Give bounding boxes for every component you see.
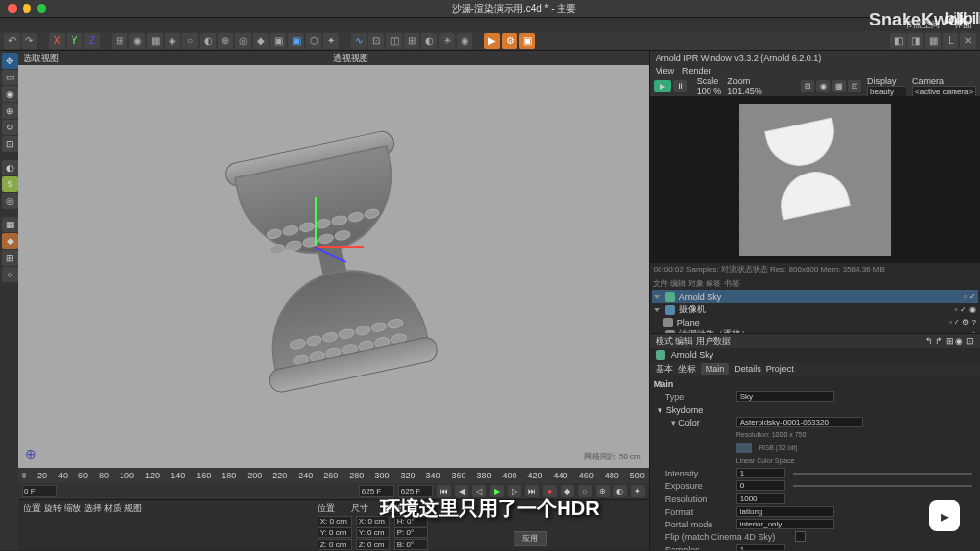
render-settings-button[interactable]: ⚙ <box>502 33 517 49</box>
tool-icon[interactable]: ↻ <box>2 120 18 135</box>
size-y-input[interactable] <box>356 527 390 538</box>
tool-icon[interactable]: ○ <box>182 33 198 49</box>
tool-icon[interactable]: ⊕ <box>2 103 18 119</box>
ipr-tool-icon[interactable]: ▦ <box>832 80 846 92</box>
size-z-input[interactable] <box>356 539 390 550</box>
tab-details[interactable]: Details <box>734 364 761 374</box>
color-file-input[interactable] <box>736 417 863 427</box>
tab-project[interactable]: Project <box>766 364 794 374</box>
tool-icon[interactable]: ⊞ <box>112 33 127 49</box>
attr-menu[interactable]: 模式 编辑 用户数据 <box>656 335 731 348</box>
tool-icon[interactable]: ◨ <box>907 33 923 49</box>
tab-basic[interactable]: 基本 <box>656 363 673 376</box>
tool-icon[interactable]: ⊡ <box>2 136 18 152</box>
video-subtitle: 环境这里只用了一个HDR <box>380 495 599 522</box>
pos-x-input[interactable] <box>318 516 352 526</box>
close-icon[interactable]: ✕ <box>960 33 976 49</box>
rot-b-input[interactable] <box>394 539 428 550</box>
axis-x-icon[interactable]: X <box>49 33 65 49</box>
key-opts-button[interactable]: ◐ <box>613 485 627 497</box>
tool-icon[interactable]: ◉ <box>129 33 145 49</box>
tool-icon[interactable]: ▣ <box>270 33 286 49</box>
axis-z-icon[interactable]: Z <box>84 33 100 49</box>
ipr-render-tab[interactable]: Render <box>682 66 711 75</box>
tool-icon[interactable]: ◆ <box>2 233 18 249</box>
ipr-tool-icon[interactable]: ⊡ <box>848 80 861 92</box>
tool-icon[interactable]: ⊞ <box>2 250 18 266</box>
pos-y-input[interactable] <box>318 527 352 538</box>
flip-checkbox[interactable] <box>795 531 806 542</box>
tool-icon[interactable]: $ <box>2 176 18 192</box>
minimize-window[interactable] <box>23 4 31 13</box>
ipr-play-button[interactable]: ▶ <box>654 80 671 92</box>
attr-object-title: Arnold Sky <box>671 350 714 360</box>
resolution-input[interactable] <box>736 493 785 504</box>
tool-icon[interactable]: ▦ <box>147 33 163 49</box>
tool-icon[interactable]: ⊡ <box>368 33 384 49</box>
apply-button[interactable]: 应用 <box>514 531 547 546</box>
tab-coord[interactable]: 坐标 <box>678 363 696 376</box>
tool-icon[interactable]: ○ <box>2 267 18 282</box>
select-tool[interactable]: ▭ <box>2 70 18 85</box>
tool-icon[interactable]: ◫ <box>386 33 402 49</box>
tool-icon[interactable]: ◐ <box>421 33 437 49</box>
tool-icon[interactable]: ☀ <box>439 33 455 49</box>
tool-icon[interactable]: ✦ <box>323 33 339 49</box>
tool-icon[interactable]: ◧ <box>890 33 906 49</box>
render-button[interactable]: ▶ <box>484 33 500 49</box>
tool-icon[interactable]: ◐ <box>200 33 216 49</box>
tool-icon[interactable]: ◎ <box>2 193 18 209</box>
timeline-ruler[interactable]: 0204060801001201401601802002202402602803… <box>18 468 649 483</box>
tool-icon[interactable]: ◉ <box>457 33 472 49</box>
obj-arnold-sky[interactable]: Arnold Sky▫ ✓ <box>652 290 978 303</box>
ipr-pause-button[interactable]: ⏸ <box>673 80 687 92</box>
ipr-tool-icon[interactable]: ⊞ <box>801 80 814 92</box>
tool-icon[interactable]: ◐ <box>2 160 18 175</box>
frame-start-input[interactable] <box>22 485 57 497</box>
render-region-button[interactable]: ▣ <box>519 33 535 49</box>
material-tabs[interactable]: 位置 旋转 缩放 选择 材质 规图 <box>24 502 310 515</box>
window-title: 沙漏-渲染演示用.c4d * - 主要 <box>56 2 972 16</box>
tool-icon[interactable]: ◈ <box>165 33 180 49</box>
ipr-tool-icon[interactable]: ◉ <box>816 80 830 92</box>
close-window[interactable] <box>8 4 17 13</box>
key-opts-button[interactable]: ✦ <box>631 485 645 497</box>
portal-select[interactable] <box>736 519 834 529</box>
tool-icon[interactable]: ◆ <box>253 33 269 49</box>
help-icon[interactable]: L <box>943 33 958 49</box>
maximize-window[interactable] <box>37 4 46 13</box>
video-play-icon[interactable] <box>929 500 960 531</box>
obj-menu[interactable]: 文件 编辑 对象 标签 书签 <box>652 277 978 290</box>
samples-input[interactable] <box>736 544 785 550</box>
tool-icon[interactable]: ◉ <box>2 86 18 102</box>
move-tool[interactable]: ✥ <box>2 53 18 69</box>
tool-icon[interactable]: ▦ <box>925 33 941 49</box>
tool-icon[interactable]: ⬡ <box>306 33 321 49</box>
ipr-render-view[interactable] <box>650 96 980 263</box>
obj-plane[interactable]: Plane▫ ✓ ⚙ ? <box>652 316 978 328</box>
obj-camera[interactable]: 摄像机▫ ✓ ◉ <box>652 303 978 316</box>
tool-icon[interactable]: ⊞ <box>404 33 419 49</box>
main-toolbar: ↶ ↷ X Y Z ⊞ ◉ ▦ ◈ ○ ◐ ⊕ ◎ ◆ ▣ ▣ ⬡ ✦ ∿ ⊡ … <box>0 31 980 51</box>
viewport-3d[interactable]: 网格间距: 50 cm ⊕ <box>18 65 649 468</box>
ipr-display-select[interactable] <box>867 86 906 97</box>
ipr-view-tab[interactable]: View <box>656 66 674 75</box>
cube-icon[interactable]: ▣ <box>288 33 304 49</box>
exposure-input[interactable] <box>736 480 785 491</box>
tool-icon[interactable]: ▦ <box>2 217 18 232</box>
pos-z-input[interactable] <box>318 539 352 550</box>
redo-button[interactable]: ↷ <box>22 33 37 49</box>
tool-icon[interactable]: ◎ <box>235 33 251 49</box>
tab-main[interactable]: Main <box>701 363 730 375</box>
axis-y-icon[interactable]: Y <box>67 33 82 49</box>
rot-p-input[interactable] <box>394 527 428 538</box>
tool-icon[interactable]: ⊕ <box>218 33 233 49</box>
ipr-camera-select[interactable] <box>912 86 976 97</box>
type-select[interactable] <box>736 391 834 402</box>
ipr-status-bar: 00:00:02 Samples: 对流状态状态 Res: 800x800 Me… <box>650 263 980 275</box>
format-select[interactable] <box>736 506 834 517</box>
spline-icon[interactable]: ∿ <box>351 33 367 49</box>
intensity-input[interactable] <box>736 468 785 478</box>
undo-button[interactable]: ↶ <box>4 33 20 49</box>
hourglass-model <box>207 102 460 430</box>
